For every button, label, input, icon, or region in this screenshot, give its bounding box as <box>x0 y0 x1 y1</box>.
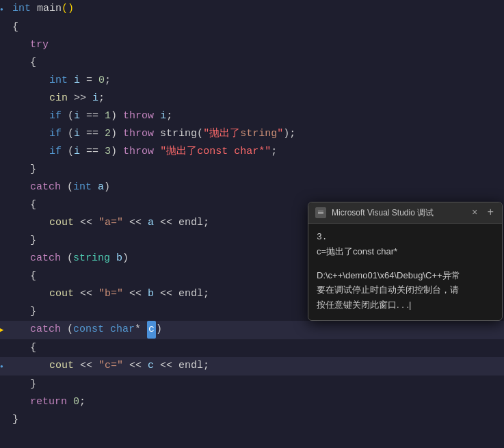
keyword-const: const <box>73 321 104 339</box>
code-line-6: int i = 0 ; <box>0 72 504 90</box>
line-content-8: if ( i == 1 ) throw i ; <box>10 107 504 125</box>
keyword-if1: if <box>49 107 62 125</box>
terminal-output-cn5: 要在调试停止时自动关闭控制台，请 <box>317 285 459 295</box>
keyword-throw3: throw <box>123 143 154 161</box>
keyword-int2: int <box>49 72 68 90</box>
code-text: ) <box>111 143 123 161</box>
line-content-10: if ( i == 3 ) throw "抛出了const char*" ; <box>10 143 504 161</box>
keyword-cout3: cout <box>49 357 74 375</box>
terminal-output-line2: c=抛出了const char* <box>317 245 494 260</box>
code-text: << <box>74 285 98 303</box>
keyword-if2: if <box>49 125 62 143</box>
line-content-28: return 0 ; <box>10 393 504 411</box>
code-text: { <box>30 196 36 214</box>
keyword-int3: int <box>73 179 92 196</box>
code-line-2: { <box>0 18 504 36</box>
code-text: ; <box>166 107 172 125</box>
keyword-if3: if <box>49 143 62 161</box>
code-text: == <box>80 125 105 143</box>
terminal-output-cn6: 按任意键关闭此窗口. . .| <box>317 300 411 310</box>
code-line-13: catch ( int a ) <box>0 179 504 196</box>
str-c: "c=" <box>98 357 123 375</box>
code-text: << endl; <box>154 285 209 303</box>
svg-rect-2 <box>318 213 323 214</box>
code-text: ( <box>62 143 74 161</box>
line-content-23: catch ( const char * c ) <box>10 321 504 339</box>
code-text: << <box>74 214 98 232</box>
terminal-output-path: D:\c++\demo01\x64\Debug\C++异常 <box>317 270 460 280</box>
code-text: ( <box>61 321 73 339</box>
code-text: ) <box>156 321 162 339</box>
code-text: } <box>30 161 36 179</box>
terminal-output-cn2: c=抛出了const char* <box>317 246 397 256</box>
line-content-6: int i = 0 ; <box>10 72 504 90</box>
code-text: ( <box>61 179 73 196</box>
code-line-9: if ( i == 2 ) throw string( "抛出了string" … <box>0 125 504 143</box>
code-line-28: return 0 ; <box>0 393 504 411</box>
var-a2: a <box>148 214 154 232</box>
keyword-catch3: catch <box>30 321 61 339</box>
code-line-8: if ( i == 1 ) throw i ; <box>0 107 504 125</box>
code-paren: () <box>62 0 74 18</box>
code-line-5: { <box>0 54 504 72</box>
code-text <box>92 179 98 196</box>
code-line-23: catch ( const char * c ) <box>0 321 504 339</box>
code-editor: int main() { try { int <box>0 0 504 448</box>
line-content-9: if ( i == 2 ) throw string( "抛出了string" … <box>10 125 504 143</box>
code-text: ( <box>62 125 74 143</box>
line-marker-25 <box>0 358 10 375</box>
num-0: 0 <box>98 72 105 90</box>
code-text <box>67 393 73 411</box>
terminal-titlebar: Microsoft Visual Studio 调试 × + <box>308 202 502 224</box>
var-b2: b <box>148 285 154 303</box>
code-line-11: } <box>0 161 504 179</box>
num-3: 3 <box>105 143 111 161</box>
code-text: << <box>123 285 148 303</box>
code-text: << <box>74 357 98 375</box>
keyword-cin: cin <box>49 90 68 107</box>
code-text <box>110 250 116 267</box>
terminal-output-line6: 按任意键关闭此窗口. . .| <box>317 298 494 313</box>
line-content-26: } <box>10 375 504 393</box>
code-text: << <box>123 214 148 232</box>
str-b: "b=" <box>98 285 123 303</box>
code-text: ( <box>62 107 74 125</box>
terminal-popup: Microsoft Visual Studio 调试 × + 3. c=抛出了c… <box>308 202 503 321</box>
keyword-catch1: catch <box>30 179 61 196</box>
code-text: * <box>135 321 147 339</box>
code-text: { <box>12 18 18 36</box>
code-text: ; <box>271 143 277 161</box>
code-text <box>104 321 110 339</box>
keyword-catch2: catch <box>30 250 61 267</box>
code-text: ; <box>98 90 105 107</box>
line-content-1: int main() <box>10 0 504 18</box>
terminal-output-line5: 要在调试停止时自动关闭控制台，请 <box>317 283 494 298</box>
code-text: << endl; <box>154 357 209 375</box>
var-c2: c <box>148 357 154 375</box>
terminal-title: Microsoft Visual Studio 调试 <box>332 207 464 219</box>
code-text <box>68 72 74 90</box>
terminal-add-button[interactable]: + <box>486 207 495 219</box>
line-content-13: catch ( int a ) <box>10 179 504 196</box>
keyword-try: try <box>30 36 49 54</box>
code-text: ) <box>111 125 123 143</box>
code-text: { <box>30 267 36 285</box>
var-i5: i <box>74 125 80 143</box>
line-content-2: { <box>10 18 504 36</box>
string-chinese1b: " <box>277 125 283 143</box>
str-a: "a=" <box>98 214 123 232</box>
code-text: ); <box>283 125 295 143</box>
code-text: } <box>30 303 36 321</box>
code-text: ) <box>111 107 123 125</box>
terminal-icon <box>315 207 326 218</box>
var-a: a <box>98 179 104 196</box>
code-line-1: int main() <box>0 0 504 18</box>
code-text: { <box>30 54 36 72</box>
terminal-close-button[interactable]: × <box>469 207 480 218</box>
code-line-26: } <box>0 375 504 393</box>
keyword-throw2: throw <box>123 125 154 143</box>
code-text <box>154 143 160 161</box>
code-text: ( <box>61 250 73 267</box>
terminal-output-line4: D:\c++\demo01\x64\Debug\C++异常 <box>317 269 494 284</box>
line-content-11: } <box>10 161 504 179</box>
